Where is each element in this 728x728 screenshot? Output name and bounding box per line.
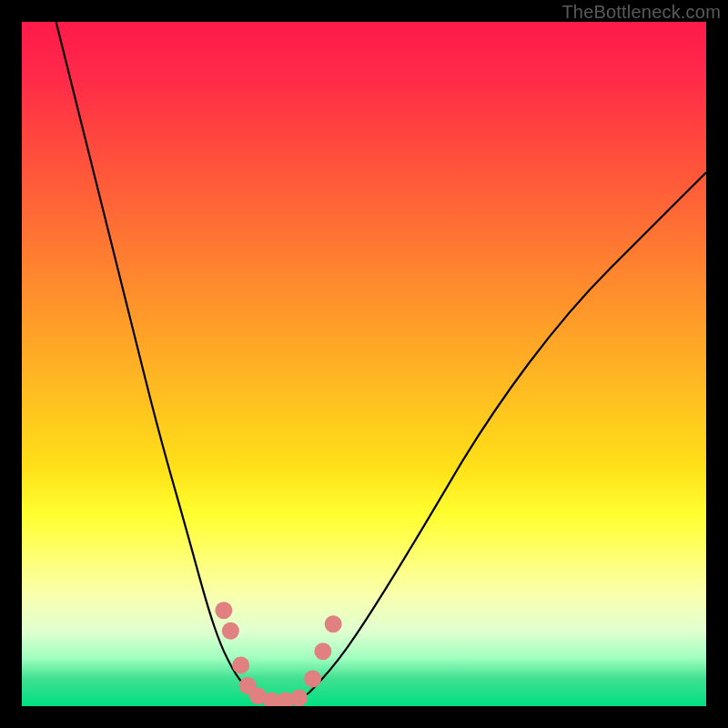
left-dot-4: [239, 677, 257, 694]
left-dot-1: [215, 602, 232, 619]
floor-dot-4: [290, 689, 308, 706]
floor-dot-1: [249, 687, 267, 704]
series-valley-floor: [255, 693, 309, 703]
chart-plot-area: [22, 22, 706, 706]
right-dot-1: [304, 670, 321, 687]
watermark-text: TheBottleneck.com: [561, 2, 721, 23]
outer-frame: TheBottleneck.com: [0, 0, 728, 728]
curve-group: [56, 22, 706, 703]
left-dot-3: [232, 656, 249, 673]
series-right-curve: [309, 172, 706, 693]
floor-dot-3: [277, 692, 294, 706]
right-dot-2: [314, 642, 331, 660]
marker-group: [215, 602, 341, 706]
left-dot-2: [222, 622, 239, 640]
series-left-curve: [56, 22, 255, 693]
right-dot-3: [325, 615, 342, 632]
chart-svg: [22, 22, 706, 706]
floor-dot-2: [263, 692, 280, 706]
